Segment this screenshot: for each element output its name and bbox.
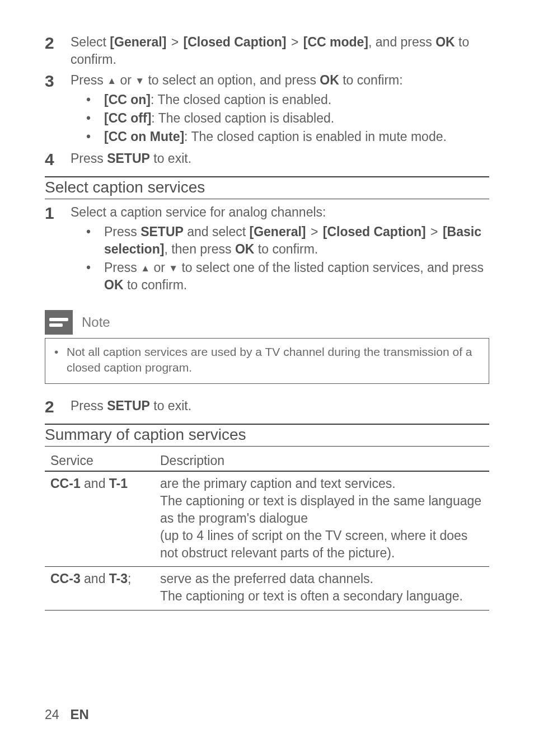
text: to select one of the listed caption serv… — [178, 260, 484, 275]
page-number: 24 — [45, 707, 59, 722]
option-body: [CC on]: The closed caption is enabled. — [104, 91, 489, 109]
step-body: Select [General] > [Closed Caption] > [C… — [71, 34, 489, 68]
setup-key: SETUP — [140, 224, 184, 239]
sub-bullet-item: • Press ▲ or ▼ to select one of the list… — [71, 259, 489, 294]
note-bullet: • Not all caption services are used by a… — [54, 344, 480, 376]
step-body: Press ▲ or ▼ to select an option, and pr… — [71, 72, 489, 147]
note-body: • Not all caption services are used by a… — [45, 339, 489, 384]
step-2: 2 Select [General] > [Closed Caption] > … — [45, 34, 489, 68]
page-footer: 24 EN — [45, 707, 89, 722]
bullet-icon: • — [86, 110, 92, 127]
text: or — [150, 260, 168, 275]
up-arrow-icon: ▲ — [140, 263, 150, 274]
down-arrow-icon: ▼ — [168, 263, 178, 274]
bullet-body: Press SETUP and select [General] > [Clos… — [104, 223, 489, 258]
option-desc: : The closed caption is enabled. — [151, 92, 331, 107]
text: Select — [71, 35, 110, 49]
service-cell: CC-3 and T-3; — [45, 567, 157, 610]
description-cell: serve as the preferred data channels. Th… — [157, 567, 489, 610]
text: Press — [71, 73, 107, 87]
step-number: 2 — [45, 397, 56, 416]
section1-step-list: 1 Select a caption service for analog ch… — [45, 204, 489, 295]
text: Press — [71, 151, 107, 166]
service-code: T-1 — [109, 476, 128, 491]
text: to confirm. — [254, 242, 318, 256]
sub-bullet-list: • Press SETUP and select [General] > [Cl… — [71, 223, 489, 294]
bullet-icon: • — [86, 259, 92, 294]
language-code: EN — [71, 707, 89, 722]
table-row: CC-1 and T-1 are the primary caption and… — [45, 471, 489, 567]
step-4: 4 Press SETUP to exit. — [45, 150, 489, 168]
note-box: Note • Not all caption services are used… — [45, 310, 489, 384]
text: Press — [104, 260, 140, 275]
down-arrow-icon: ▼ — [135, 76, 144, 86]
text: Select a caption service for analog chan… — [71, 205, 326, 219]
menu-path: [Closed Caption] — [184, 35, 287, 49]
section1-step-1: 1 Select a caption service for analog ch… — [45, 204, 489, 295]
option-desc: : The closed caption is enabled in mute … — [184, 129, 447, 144]
setup-key: SETUP — [107, 151, 150, 166]
step-body: Press SETUP to exit. — [71, 150, 489, 167]
column-header-service: Service — [45, 451, 157, 471]
step-number: 1 — [45, 204, 56, 222]
text: to select an option, and press — [144, 73, 320, 87]
text: to confirm: — [339, 73, 403, 87]
option-body: [CC off]: The closed caption is disabled… — [104, 110, 489, 127]
step-number: 2 — [45, 34, 56, 52]
step-number: 4 — [45, 150, 56, 168]
bullet-icon: • — [86, 223, 92, 258]
sep: > — [287, 35, 303, 49]
ok-key: OK — [104, 278, 124, 292]
text: to confirm. — [124, 278, 188, 292]
column-header-description: Description — [157, 451, 489, 471]
step-body: Select a caption service for analog chan… — [71, 204, 489, 295]
step-number: 3 — [45, 72, 56, 90]
description-text: are the primary caption and text service… — [160, 476, 481, 560]
option-item: • [CC on]: The closed caption is enabled… — [71, 91, 489, 109]
text: and — [81, 571, 109, 586]
sep: > — [426, 224, 443, 239]
menu-path: [General] — [110, 35, 166, 49]
ok-key: OK — [235, 242, 255, 256]
text: Press — [71, 398, 107, 413]
option-body: [CC on Mute]: The closed caption is enab… — [104, 128, 489, 145]
section1-step-2: 2 Press SETUP to exit. — [45, 397, 489, 416]
up-arrow-icon: ▲ — [107, 76, 116, 86]
setup-key: SETUP — [107, 398, 150, 413]
table-header-row: Service Description — [45, 451, 489, 471]
service-code: T-3 — [109, 571, 128, 586]
text: , then press — [164, 242, 235, 256]
text: , and press — [368, 35, 435, 49]
option-label: [CC on Mute] — [104, 129, 184, 144]
bullet-body: Press ▲ or ▼ to select one of the listed… — [104, 259, 489, 294]
section-divider — [45, 176, 489, 177]
top-step-list: 2 Select [General] > [Closed Caption] > … — [45, 34, 489, 168]
menu-path: [CC mode] — [303, 35, 368, 49]
note-icon — [45, 310, 73, 335]
text: to exit. — [150, 151, 191, 166]
note-text: Not all caption services are used by a T… — [67, 344, 480, 376]
menu-path: [Closed Caption] — [323, 224, 426, 239]
service-cell: CC-1 and T-1 — [45, 471, 157, 567]
sep: > — [306, 224, 323, 239]
bullet-icon: • — [54, 344, 59, 376]
option-item: • [CC on Mute]: The closed caption is en… — [71, 128, 489, 145]
service-code: CC-1 — [50, 476, 81, 491]
text: to exit. — [150, 398, 191, 413]
note-label: Note — [82, 314, 110, 330]
ok-key: OK — [435, 35, 455, 49]
description-text: serve as the preferred data channels. Th… — [160, 571, 463, 603]
sep: > — [166, 35, 183, 49]
note-header: Note — [45, 310, 489, 335]
sub-bullet-item: • Press SETUP and select [General] > [Cl… — [71, 223, 489, 258]
option-desc: : The closed caption is disabled. — [151, 111, 334, 125]
menu-path: [General] — [250, 224, 306, 239]
text: and — [81, 476, 109, 491]
section1-step-list-2: 2 Press SETUP to exit. — [45, 397, 489, 416]
option-label: [CC on] — [104, 92, 151, 107]
bullet-icon: • — [86, 91, 92, 109]
section-divider — [45, 424, 489, 425]
section-heading-select-caption-services: Select caption services — [45, 179, 489, 199]
text: Press — [104, 224, 140, 239]
option-label: [CC off] — [104, 111, 151, 125]
